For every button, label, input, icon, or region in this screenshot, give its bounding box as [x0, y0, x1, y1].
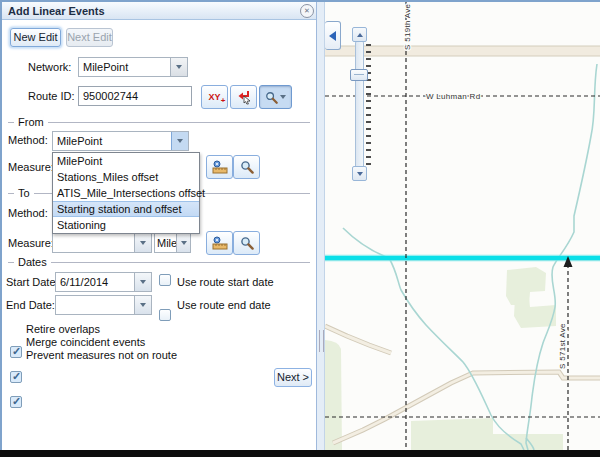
zoom-out-button[interactable]	[352, 166, 367, 181]
chevron-down-icon[interactable]	[176, 234, 190, 252]
next-button[interactable]: Next >	[274, 368, 312, 387]
end-date-select[interactable]	[55, 295, 152, 315]
option-checkbox-label: Merge coincident events	[26, 336, 145, 348]
start-date-select[interactable]: 6/11/2014	[55, 272, 152, 292]
from-measure-on-map-button[interactable]	[206, 155, 233, 179]
use-route-end-date-label: Use route end date	[177, 299, 271, 311]
panel-title: Add Linear Events	[8, 5, 105, 17]
to-measure-input[interactable]	[52, 233, 152, 253]
option-checkbox-label: Prevent measures not on route	[26, 349, 177, 361]
close-icon[interactable]: ✕	[300, 4, 314, 18]
new-edit-button[interactable]: New Edit	[10, 28, 61, 47]
option-checkbox[interactable]	[10, 371, 22, 383]
next-edit-button[interactable]: Next Edit	[66, 28, 113, 47]
search-icon	[240, 160, 254, 174]
arrow-up-icon	[357, 33, 363, 37]
zoom-slider-track[interactable]	[355, 40, 364, 169]
dates-section-legend: Dates	[8, 256, 310, 268]
zoom-in-button[interactable]	[352, 27, 367, 42]
route-id-input[interactable]: 950002744	[78, 86, 192, 106]
end-date-label: End Date:	[6, 299, 55, 311]
to-measure-on-map-button[interactable]	[206, 231, 233, 255]
search-icon	[240, 236, 254, 250]
measure-ruler-icon	[212, 236, 228, 251]
chevron-down-icon[interactable]	[171, 132, 188, 150]
select-route-on-map-button[interactable]	[230, 85, 257, 109]
chevron-down-icon[interactable]	[134, 296, 151, 314]
arrow-down-icon	[357, 172, 363, 176]
to-method-label: Method:	[8, 207, 48, 219]
to-measure-label: Measure:	[8, 237, 54, 249]
option-checkbox[interactable]	[10, 396, 22, 408]
window-bottom-edge	[0, 450, 600, 457]
zoom-slider-thumb[interactable]	[350, 69, 368, 81]
chevron-down-icon[interactable]	[134, 234, 151, 252]
chevron-down-icon[interactable]	[134, 273, 151, 291]
window-top-edge	[0, 0, 600, 2]
xy-icon: XY+	[208, 92, 220, 102]
option-checkbox-label: Retire overlaps	[26, 323, 100, 335]
option-checkbox[interactable]	[10, 346, 22, 358]
chevron-down-icon[interactable]	[170, 58, 187, 76]
dropdown-option[interactable]: Stationing	[53, 217, 199, 233]
to-measure-search-button[interactable]	[233, 231, 260, 255]
route-id-label: Route ID:	[28, 90, 74, 102]
from-method-label: Method:	[8, 134, 48, 146]
method-dropdown-list[interactable]: MilePointStations_Miles offsetATIS_Mile_…	[52, 152, 200, 234]
select-route-icon	[236, 89, 252, 105]
to-units-select[interactable]: Miles	[154, 233, 191, 253]
search-icon	[265, 91, 278, 104]
panel-collapse-button[interactable]	[325, 21, 341, 50]
map-label-avenue-north: S 519th Ave	[403, 3, 412, 50]
xy-coordinates-button[interactable]: XY+	[201, 85, 228, 109]
route-search-split-button[interactable]	[259, 85, 292, 109]
splitter-grip-icon	[319, 330, 324, 352]
network-label: Network:	[28, 61, 71, 73]
from-method-select[interactable]: MilePoint	[52, 131, 189, 151]
dropdown-option[interactable]: Stations_Miles offset	[53, 169, 199, 185]
window-left-edge	[0, 0, 2, 450]
use-route-start-date-checkbox[interactable]	[159, 274, 171, 286]
use-route-start-date-label: Use route start date	[177, 276, 274, 288]
use-route-end-date-checkbox[interactable]	[159, 309, 171, 321]
panel-splitter[interactable]	[317, 2, 325, 450]
start-date-label: Start Date:	[6, 276, 59, 288]
network-select[interactable]: MilePoint	[78, 57, 188, 77]
from-measure-search-button[interactable]	[233, 155, 260, 179]
measure-ruler-icon	[212, 160, 228, 175]
map-label-avenue-south: S 571st Ave	[558, 323, 567, 369]
dropdown-option[interactable]: ATIS_Mile_Intersections offset	[53, 185, 199, 201]
collapse-left-icon	[329, 31, 336, 41]
map-vegetation	[325, 267, 563, 450]
from-measure-label: Measure:	[8, 161, 54, 173]
chevron-down-icon	[280, 95, 286, 99]
from-section-legend: From	[8, 116, 310, 128]
zoom-slider-ticks	[366, 44, 372, 170]
map-label-road-west: W Luhman Rd	[426, 92, 480, 101]
dropdown-option[interactable]: Starting station and offset	[53, 201, 199, 217]
dropdown-option[interactable]: MilePoint	[53, 153, 199, 169]
